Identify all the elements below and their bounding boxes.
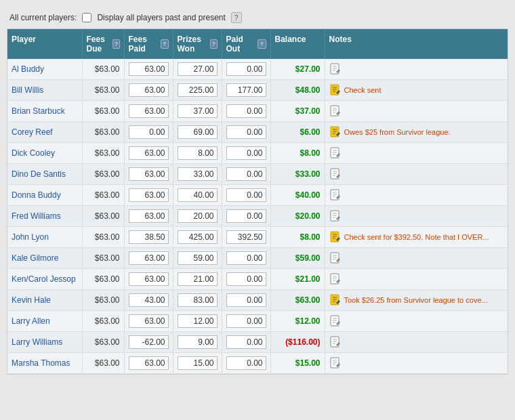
prizes-won-cell[interactable]: [173, 164, 222, 185]
prizes-won-input[interactable]: [178, 146, 218, 160]
note-icon[interactable]: [329, 126, 342, 138]
prizes-won-input[interactable]: [178, 83, 218, 97]
player-name-link[interactable]: Kale Gilmore: [12, 253, 58, 263]
note-icon[interactable]: [329, 189, 342, 201]
paid-out-input[interactable]: [226, 104, 266, 118]
player-name-link[interactable]: Donna Buddy: [12, 190, 61, 200]
fees-paid-cell[interactable]: [124, 59, 173, 80]
paid-out-input[interactable]: [226, 251, 266, 265]
paid-out-input[interactable]: [226, 356, 266, 370]
fees-paid-cell[interactable]: [124, 290, 173, 311]
fees-paid-cell[interactable]: [124, 248, 173, 269]
note-icon[interactable]: [329, 357, 342, 369]
prizes-won-cell[interactable]: [173, 80, 222, 101]
fees-paid-cell[interactable]: [124, 206, 173, 227]
paid-out-input[interactable]: [226, 314, 266, 328]
all-players-help-icon[interactable]: ?: [231, 12, 242, 23]
fees-paid-input[interactable]: [129, 125, 169, 139]
paid-out-cell[interactable]: [222, 290, 270, 311]
player-name-link[interactable]: Al Buddy: [12, 64, 44, 74]
paid-out-input[interactable]: [226, 272, 266, 286]
fees-paid-input[interactable]: [129, 62, 169, 76]
paid-out-cell[interactable]: [222, 332, 270, 353]
fees-paid-cell[interactable]: [124, 332, 173, 353]
fees-paid-input[interactable]: [129, 251, 169, 265]
paid-out-cell[interactable]: [222, 164, 270, 185]
paid-out-cell[interactable]: [222, 122, 270, 143]
fees-due-help-icon[interactable]: ?: [112, 39, 119, 49]
paid-out-input[interactable]: [226, 125, 266, 139]
paid-out-input[interactable]: [226, 188, 266, 202]
paid-out-input[interactable]: [226, 62, 266, 76]
note-icon[interactable]: [329, 336, 342, 348]
prizes-won-input[interactable]: [178, 167, 218, 181]
fees-paid-cell[interactable]: [124, 269, 173, 290]
fees-paid-cell[interactable]: [124, 122, 173, 143]
fees-paid-input[interactable]: [129, 167, 169, 181]
fees-paid-input[interactable]: [129, 335, 169, 349]
player-name-link[interactable]: Dick Cooley: [12, 148, 55, 158]
fees-paid-help-icon[interactable]: ?: [161, 39, 169, 49]
paid-out-cell[interactable]: [222, 227, 270, 248]
player-name-link[interactable]: Larry Williams: [12, 337, 62, 347]
player-name-link[interactable]: Kevin Hale: [12, 295, 51, 305]
fees-paid-input[interactable]: [129, 104, 169, 118]
paid-out-input[interactable]: [226, 335, 266, 349]
note-icon[interactable]: [329, 231, 342, 243]
note-icon[interactable]: [329, 294, 342, 306]
fees-paid-cell[interactable]: [124, 353, 173, 374]
paid-out-cell[interactable]: [222, 248, 270, 269]
prizes-won-cell[interactable]: [173, 353, 222, 374]
prizes-won-input[interactable]: [178, 209, 218, 223]
paid-out-cell[interactable]: [222, 206, 270, 227]
prizes-won-cell[interactable]: [173, 101, 222, 122]
fees-paid-cell[interactable]: [124, 101, 173, 122]
fees-paid-input[interactable]: [129, 356, 169, 370]
paid-out-cell[interactable]: [222, 311, 270, 332]
fees-paid-input[interactable]: [129, 314, 169, 328]
fees-paid-cell[interactable]: [124, 185, 173, 206]
fees-paid-input[interactable]: [129, 230, 169, 244]
prizes-won-cell[interactable]: [173, 143, 222, 164]
prizes-won-input[interactable]: [178, 314, 218, 328]
prizes-won-input[interactable]: [178, 356, 218, 370]
note-icon[interactable]: [329, 273, 342, 285]
paid-out-input[interactable]: [226, 209, 266, 223]
paid-out-input[interactable]: [226, 230, 266, 244]
paid-out-cell[interactable]: [222, 101, 270, 122]
player-name-link[interactable]: John Lyon: [12, 232, 49, 242]
fees-paid-input[interactable]: [129, 209, 169, 223]
player-name-link[interactable]: Corey Reef: [12, 127, 53, 137]
prizes-won-input[interactable]: [178, 293, 218, 307]
note-icon[interactable]: [329, 210, 342, 222]
prizes-won-cell[interactable]: [173, 185, 222, 206]
note-icon[interactable]: [329, 105, 342, 117]
note-icon[interactable]: [329, 168, 342, 180]
paid-out-cell[interactable]: [222, 80, 270, 101]
prizes-won-cell[interactable]: [173, 206, 222, 227]
prizes-won-input[interactable]: [178, 188, 218, 202]
paid-out-input[interactable]: [226, 167, 266, 181]
player-name-link[interactable]: Fred Williams: [12, 211, 61, 221]
prizes-won-help-icon[interactable]: ?: [210, 39, 217, 49]
note-icon[interactable]: [329, 63, 342, 75]
prizes-won-cell[interactable]: [173, 269, 222, 290]
prizes-won-cell[interactable]: [173, 227, 222, 248]
prizes-won-cell[interactable]: [173, 122, 222, 143]
note-icon[interactable]: [329, 315, 342, 327]
fees-paid-input[interactable]: [129, 293, 169, 307]
prizes-won-cell[interactable]: [173, 59, 222, 80]
fees-paid-cell[interactable]: [124, 227, 173, 248]
player-name-link[interactable]: Ken/Carol Jessop: [12, 274, 76, 284]
player-name-link[interactable]: Brian Starbuck: [12, 106, 65, 116]
paid-out-cell[interactable]: [222, 143, 270, 164]
note-icon[interactable]: [329, 252, 342, 264]
paid-out-input[interactable]: [226, 83, 266, 97]
note-icon[interactable]: [329, 84, 342, 96]
prizes-won-input[interactable]: [178, 125, 218, 139]
fees-paid-cell[interactable]: [124, 311, 173, 332]
paid-out-input[interactable]: [226, 293, 266, 307]
prizes-won-input[interactable]: [178, 272, 218, 286]
paid-out-cell[interactable]: [222, 353, 270, 374]
fees-paid-input[interactable]: [129, 272, 169, 286]
